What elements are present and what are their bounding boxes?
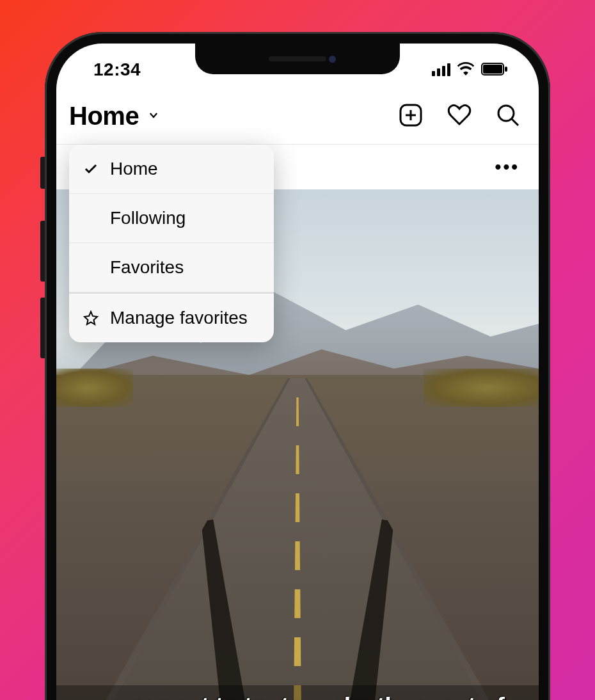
dropdown-label: Favorites — [110, 257, 184, 278]
check-icon — [83, 161, 99, 177]
phone-frame: 12:34 — [45, 32, 550, 700]
feed-dropdown: Home Following Favorites Manage favorite… — [69, 145, 274, 342]
caption-text: every post to try to make the most of — [68, 693, 527, 700]
svg-point-6 — [498, 106, 514, 121]
dropdown-item-favorites[interactable]: Favorites — [69, 243, 274, 292]
star-icon — [83, 310, 99, 326]
feed-title: Home — [69, 102, 139, 131]
notch — [195, 44, 400, 74]
side-button — [40, 221, 45, 282]
svg-rect-2 — [505, 67, 507, 72]
wifi-icon — [457, 60, 475, 80]
dropdown-item-manage-favorites[interactable]: Manage favorites — [69, 292, 274, 342]
dropdown-label: Following — [110, 208, 186, 228]
video-caption: every post to try to make the most of — [56, 685, 539, 700]
svg-rect-1 — [483, 65, 502, 74]
search-icon[interactable] — [495, 102, 521, 131]
new-post-icon[interactable] — [398, 102, 424, 131]
dropdown-label: Manage favorites — [110, 308, 248, 328]
screen: 12:34 — [56, 44, 539, 700]
heart-icon[interactable] — [447, 102, 472, 131]
side-button — [40, 298, 45, 358]
side-button — [40, 157, 45, 189]
more-options-icon[interactable]: ••• — [495, 157, 520, 177]
dropdown-item-following[interactable]: Following — [69, 194, 274, 243]
content-area: ••• every post to try to make the mo — [56, 145, 539, 700]
battery-icon — [481, 60, 508, 80]
status-icons — [432, 60, 508, 80]
app-header: Home — [56, 88, 539, 145]
dropdown-label: Home — [110, 159, 158, 179]
cellular-signal-icon — [432, 63, 450, 76]
header-actions — [398, 102, 521, 131]
feed-selector[interactable]: Home — [69, 102, 161, 131]
dropdown-item-home[interactable]: Home — [69, 145, 274, 194]
svg-line-7 — [512, 119, 518, 125]
chevron-down-icon — [147, 109, 161, 123]
status-time: 12:34 — [93, 60, 141, 80]
